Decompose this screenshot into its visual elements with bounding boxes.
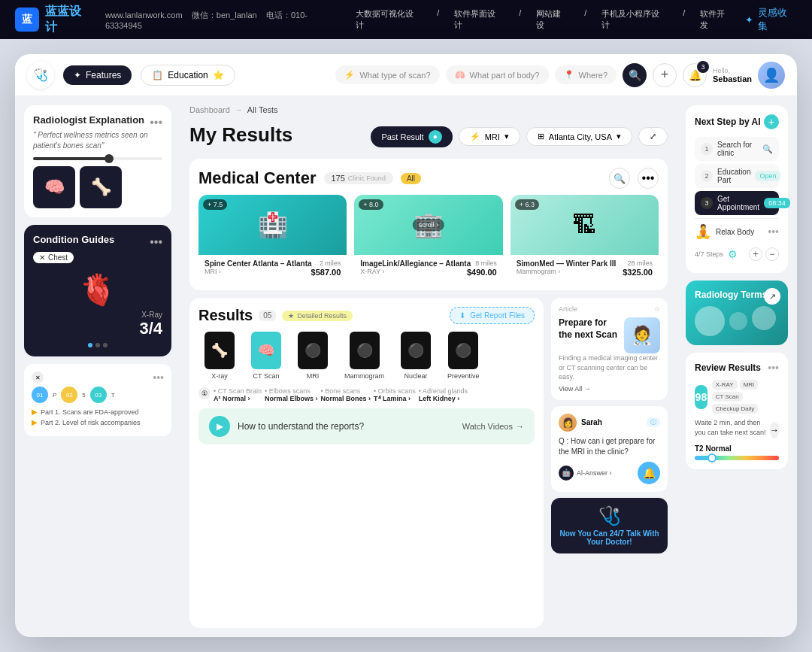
- notification-button[interactable]: 🔔 3: [683, 63, 707, 87]
- clinic-card-3[interactable]: + 6.3 🏗 SimonMed — Winter Park III 28 mi…: [511, 195, 659, 281]
- body-part-search[interactable]: 🫁 What part of body?: [446, 65, 549, 84]
- scan-thumbnails: 🧠 🦴: [33, 166, 162, 208]
- add-button[interactable]: +: [653, 63, 677, 87]
- xray-img: 🦴: [205, 332, 235, 369]
- radiologist-more[interactable]: •••: [150, 116, 162, 129]
- top-bar: 蓝 蓝蓝设计 www.lanlanwork.com 微信：ben_lanlan …: [0, 0, 812, 39]
- clinic-card-1[interactable]: + 7.5 🏥 Spine Center Atlanta – Atlanta 2…: [198, 195, 347, 281]
- scan-detail-4: • Orbits scans T⁴ Lamina ›: [374, 387, 416, 402]
- expand-button[interactable]: ⤢: [638, 127, 668, 146]
- all-badge[interactable]: All: [401, 173, 421, 184]
- play-button[interactable]: ▶: [209, 416, 230, 437]
- main-container: 🩺 ✦ Features 📋 Education ⭐ ⚡ What type o…: [0, 39, 812, 652]
- heart-button[interactable]: 🩺: [27, 62, 54, 89]
- radiologist-quote: " Perfect wellness metrics seen on patie…: [33, 130, 162, 151]
- score-number: 98: [695, 385, 707, 409]
- rating-badge-1: + 7.5: [203, 199, 227, 210]
- right-panel: Next Step by AI + 1 Search for clinic 🔍 …: [677, 96, 797, 637]
- condition-more[interactable]: •••: [150, 235, 162, 249]
- clinic-search-button[interactable]: 🔍: [609, 168, 630, 189]
- clinic-img-3: + 6.3 🏗: [511, 195, 659, 255]
- detailed-badge[interactable]: ★ Detailed Results: [282, 311, 353, 321]
- top-nav: 大数据可视化设计 / 软件界面设计 / 网站建设 / 手机及小程序设计 / 软件…: [356, 8, 733, 31]
- location-icon: 📍: [564, 70, 574, 80]
- radiology-card: Radiology Terms ↗: [686, 281, 788, 345]
- ai-step-num-3: 3: [701, 197, 713, 209]
- past-result-button[interactable]: Past Result ●: [371, 126, 452, 147]
- ai-title: Next Step by AI: [695, 117, 761, 127]
- search-icon: 🔍: [629, 69, 641, 81]
- report-files-button[interactable]: ⬇ Get Report Files: [450, 307, 535, 324]
- body-part-label: What part of body?: [470, 71, 540, 80]
- clinic-count-badge: 175 Clinic Found: [324, 172, 393, 184]
- condition-tag[interactable]: ✕ Chest: [33, 252, 74, 263]
- scan-item-1[interactable]: 01: [32, 387, 48, 403]
- tab-ct[interactable]: 🧠 CT Scan: [245, 329, 287, 383]
- scan-thumb-1[interactable]: 🧠: [33, 166, 75, 208]
- features-icon: ✦: [74, 70, 81, 80]
- logo-area: 蓝 蓝蓝设计: [15, 4, 93, 35]
- chevron-down-icon: ▾: [504, 132, 509, 141]
- review-card: Review Results ••• 98 X-RAY MRI CT Scan …: [686, 353, 788, 469]
- clinic-info-3: SimonMed — Winter Park III 28 miles Mamm…: [511, 255, 659, 281]
- close-mini[interactable]: ✕: [32, 371, 44, 384]
- scan-type-search[interactable]: ⚡ What type of scan?: [335, 65, 439, 84]
- mini-more[interactable]: •••: [153, 371, 164, 384]
- mri-filter-button[interactable]: ⚡ MRI ▾: [459, 127, 520, 146]
- clinic-card-2[interactable]: + 8.0 🏢 scroll › ImageLink/Allegiance – …: [354, 195, 502, 281]
- tab-xray[interactable]: 🦴 X-ray: [198, 329, 241, 383]
- tab-nuclear[interactable]: ⚫ Nuclear: [395, 329, 437, 383]
- app-body: Radiologist Explanation ••• " Perfect we…: [15, 96, 797, 637]
- rating-badge-3: + 6.3: [515, 199, 539, 210]
- slider[interactable]: [33, 157, 162, 160]
- dot-3: [103, 343, 108, 347]
- features-button[interactable]: ✦ Features: [63, 65, 132, 85]
- steps-minus-button[interactable]: −: [765, 247, 779, 261]
- clinic-info-1: Spine Center Atlanta – Atlanta 2 miles M…: [198, 255, 347, 281]
- view-all-link[interactable]: View All →: [559, 385, 660, 393]
- watch-videos-link[interactable]: Watch Videos →: [462, 422, 524, 431]
- slider-fill: [33, 157, 111, 160]
- tab-mammogram[interactable]: ⚫ Mammogram: [338, 329, 390, 383]
- scan-item-1-label: P: [53, 392, 56, 399]
- scan-col-xray: 🦴 X-ray: [198, 329, 241, 383]
- inspiration-collect[interactable]: ✦ 灵感收集: [745, 6, 797, 33]
- location-search[interactable]: 📍 Where?: [555, 65, 617, 84]
- ai-step-3[interactable]: 3 Get Appointment 08:34: [695, 191, 779, 215]
- location-filter-button[interactable]: ⊞ Atlanta City, USA ▾: [526, 127, 632, 146]
- steps-plus-button[interactable]: +: [749, 247, 762, 261]
- tab-mri[interactable]: ⚫ MRI: [292, 329, 334, 383]
- chat-bubble-button[interactable]: 🔔: [638, 462, 660, 484]
- search-step-icon: 🔍: [762, 144, 773, 154]
- avatar[interactable]: 👤: [758, 62, 785, 89]
- education-button[interactable]: 📋 Education ⭐: [141, 65, 235, 86]
- filter-icon: ⚡: [470, 132, 480, 141]
- education-label: Education: [168, 70, 208, 80]
- score-tag-xray: X-RAY: [712, 380, 738, 390]
- tab-preventive[interactable]: ⚫ Preventive: [441, 329, 486, 383]
- color-bar: [695, 456, 779, 460]
- search-button[interactable]: 🔍: [623, 63, 647, 87]
- scan-item-3[interactable]: 03: [90, 387, 107, 403]
- wait-arrow[interactable]: →: [770, 422, 779, 438]
- part-item-1: ▶ Part 1. Scans are FDA-approved: [32, 408, 164, 416]
- ai-step-1[interactable]: 1 Search for clinic 🔍: [695, 137, 779, 161]
- ct-img: 🧠: [251, 332, 281, 369]
- wait-text: Waite 2 min, and then you can take next …: [695, 418, 770, 437]
- toggle-icon: ●: [429, 130, 442, 144]
- ai-step-2[interactable]: 2 Education Part Open: [695, 164, 779, 188]
- star-bookmark[interactable]: ☆: [654, 305, 660, 313]
- scan-thumb-2[interactable]: 🦴: [80, 166, 122, 208]
- arrow-icon: →: [516, 422, 524, 431]
- score-tags: X-RAY MRI CT Scan Checkup Daily: [712, 380, 779, 414]
- scan-item-2[interactable]: 02: [61, 387, 77, 403]
- clinic-more-button[interactable]: •••: [638, 168, 659, 189]
- results-section: Results 05 ★ Detailed Results ⬇ Get Repo…: [189, 298, 668, 628]
- review-more[interactable]: •••: [768, 362, 779, 374]
- expand-icon: ⤢: [650, 132, 656, 141]
- ai-plus-button[interactable]: +: [764, 114, 779, 129]
- relax-more[interactable]: •••: [768, 226, 779, 238]
- radiology-link[interactable]: ↗: [764, 288, 780, 305]
- doctor-chat-title: Now You Can 24/7 Talk With Your Doctor!: [559, 529, 660, 546]
- dot-indicators: [33, 343, 162, 347]
